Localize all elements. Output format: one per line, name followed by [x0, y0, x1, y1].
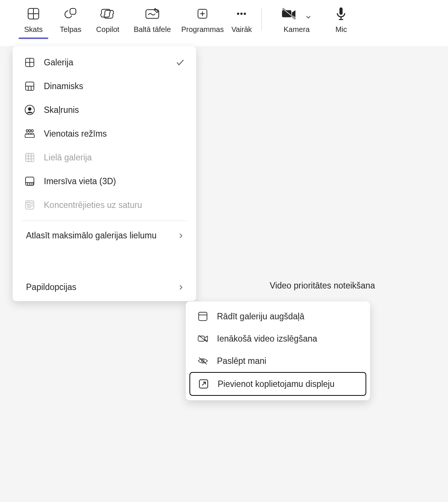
menu-item-speaker[interactable]: Skaļrunis	[13, 98, 196, 122]
focus-content-icon	[24, 199, 36, 211]
rooms-button[interactable]: Telpas	[52, 4, 89, 34]
large-gallery-label: Lielā galerija	[44, 153, 185, 163]
dynamic-label: Dinamisks	[44, 81, 185, 91]
camera-label: Kamera	[283, 25, 309, 34]
svg-rect-41	[27, 202, 30, 205]
submenu-item-show-gallery-top[interactable]: Rādīt galeriju augšdaļā	[189, 305, 366, 327]
gallery-icon	[24, 56, 36, 68]
video-priority-label: Video prioritātes noteikšana	[270, 281, 375, 291]
menu-item-more-options[interactable]: Papildopcijas	[13, 276, 196, 298]
large-gallery-icon	[24, 151, 36, 163]
menu-item-large-gallery[interactable]: Lielā galerija	[13, 146, 196, 169]
svg-point-10	[244, 13, 246, 15]
menu-item-gallery[interactable]: Galerija	[13, 50, 196, 74]
camera-button[interactable]: Kamera	[269, 4, 324, 34]
view-label: Skats	[24, 25, 43, 34]
svg-rect-13	[340, 7, 343, 15]
submenu-item-incoming-video-off[interactable]: Ienākošā video izslēgšana	[189, 327, 366, 350]
show-gallery-top-label: Rādīt galeriju augšdaļā	[217, 312, 359, 322]
rooms-icon	[64, 4, 78, 23]
copilot-button[interactable]: Copilot	[89, 4, 126, 34]
popout-icon	[198, 378, 210, 390]
mic-button[interactable]: Mic	[324, 4, 358, 34]
copilot-label: Copilot	[96, 25, 119, 34]
check-icon	[175, 58, 185, 67]
menu-item-dynamic[interactable]: Dinamisks	[13, 74, 196, 98]
gallery-grid-icon	[26, 4, 40, 23]
chevron-right-icon	[177, 232, 185, 240]
video-off-icon	[197, 333, 209, 345]
rooms-label: Telpas	[60, 25, 81, 34]
select-max-label: Atlasīt maksimālo galerijas lielumu	[26, 231, 177, 241]
add-shared-display-label: Pievienot koplietojamu displeju	[218, 379, 358, 389]
gallery-label: Galerija	[44, 58, 175, 68]
svg-point-8	[237, 13, 239, 15]
apps-plus-icon	[196, 4, 209, 23]
svg-rect-48	[198, 336, 204, 341]
svg-point-25	[26, 130, 28, 132]
whiteboard-icon	[144, 4, 160, 23]
apps-label: Programmas	[181, 25, 224, 34]
focus-content-label: Koncentrējieties uz saturu	[44, 200, 185, 210]
whiteboard-label: Baltā tāfele	[134, 25, 171, 34]
more-button[interactable]: Vairāk	[227, 4, 256, 34]
camera-off-icon	[281, 6, 297, 21]
apps-button[interactable]: Programmas	[178, 4, 227, 34]
incoming-video-off-label: Ienākošā video izslēgšana	[217, 334, 359, 344]
dynamic-icon	[24, 80, 36, 92]
speaker-label: Skaļrunis	[44, 105, 185, 115]
whiteboard-button[interactable]: Baltā tāfele	[126, 4, 178, 34]
more-label: Vairāk	[231, 25, 252, 34]
chevron-right-icon	[177, 283, 185, 291]
more-dots-icon	[235, 4, 248, 23]
hide-me-label: Paslēpt mani	[217, 356, 359, 366]
eye-off-icon	[197, 355, 209, 367]
svg-line-53	[202, 382, 205, 385]
svg-rect-3	[70, 9, 76, 14]
speaker-icon	[24, 104, 36, 116]
svg-rect-29	[26, 153, 34, 162]
svg-point-26	[29, 130, 31, 132]
svg-rect-4	[146, 10, 159, 19]
svg-rect-46	[199, 312, 207, 321]
immersive-3d-icon	[24, 175, 36, 187]
gallery-top-icon	[197, 310, 209, 322]
together-label: Vienotais režīms	[44, 129, 185, 139]
immersive-label: Imersīva vieta (3D)	[44, 176, 185, 186]
svg-point-24	[28, 108, 31, 111]
submenu-item-hide-me[interactable]: Paslēpt mani	[189, 350, 366, 372]
svg-point-9	[240, 13, 243, 15]
menu-item-immersive[interactable]: Imersīva vieta (3D)	[13, 169, 196, 193]
camera-chevron-icon[interactable]	[305, 13, 312, 21]
view-button[interactable]: Skats	[15, 4, 52, 34]
menu-item-select-max-gallery[interactable]: Atlasīt maksimālo galerijas lielumu	[13, 225, 196, 247]
copilot-icon	[100, 4, 116, 23]
menu-divider	[22, 221, 187, 221]
together-mode-icon	[24, 128, 36, 140]
more-options-label: Papildopcijas	[26, 282, 177, 292]
meeting-toolbar: Skats Telpas Copilot Baltā tāfel	[0, 0, 448, 46]
toolbar-divider	[262, 8, 262, 30]
mic-label: Mic	[335, 25, 347, 34]
more-options-submenu: Rādīt galeriju augšdaļā Ienākošā video i…	[186, 301, 370, 400]
menu-item-focus-content[interactable]: Koncentrējieties uz saturu	[13, 193, 196, 217]
submenu-item-add-shared-display[interactable]: Pievienot koplietojamu displeju	[189, 372, 366, 396]
svg-rect-28	[25, 134, 34, 137]
svg-point-27	[31, 130, 33, 132]
menu-item-together[interactable]: Vienotais režīms	[13, 122, 196, 146]
view-dropdown-menu: Galerija Dinamisks Skaļrunis Vien	[13, 46, 196, 301]
mic-icon	[335, 4, 347, 23]
